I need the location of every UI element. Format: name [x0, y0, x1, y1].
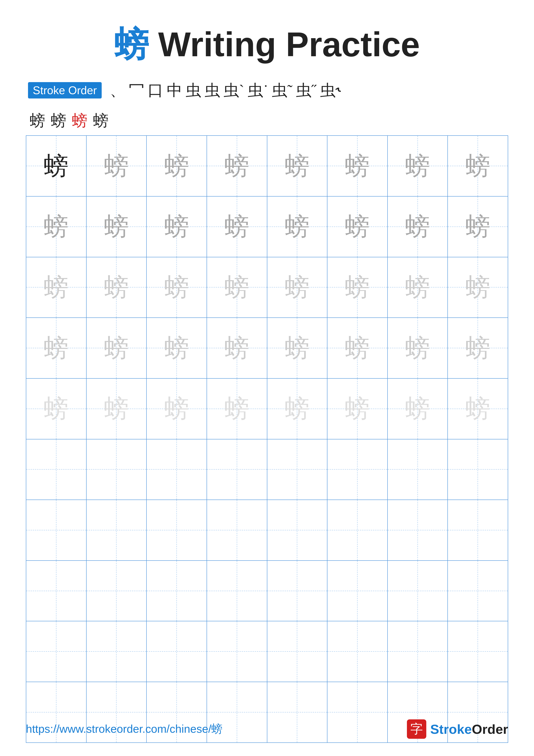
- stroke-char-7: 虫`: [224, 81, 244, 99]
- cell-character: 螃: [345, 275, 369, 300]
- stroke-char-3: 口: [148, 81, 163, 99]
- cell-character: 螃: [466, 700, 490, 724]
- grid-cell[interactable]: 螃: [87, 561, 147, 621]
- grid-cell[interactable]: 螃: [147, 379, 207, 439]
- grid-cell[interactable]: 螃: [388, 561, 448, 621]
- grid-cell[interactable]: 螃: [26, 197, 87, 257]
- grid-cell[interactable]: 螃: [207, 197, 267, 257]
- grid-cell[interactable]: 螃: [87, 621, 147, 682]
- grid-cell[interactable]: 螃: [147, 318, 207, 378]
- grid-cell[interactable]: 螃: [448, 257, 508, 318]
- grid-row: 螃螃螃螃螃螃螃螃: [26, 257, 508, 318]
- grid-cell[interactable]: 螃: [327, 621, 388, 682]
- grid-cell[interactable]: 螃: [267, 500, 328, 560]
- grid-cell[interactable]: 螃: [388, 440, 448, 500]
- grid-cell[interactable]: 螃: [388, 379, 448, 439]
- grid-cell[interactable]: 螃: [26, 621, 87, 682]
- grid-cell[interactable]: 螃: [87, 440, 147, 500]
- grid-cell[interactable]: 螃: [26, 257, 87, 318]
- grid-cell[interactable]: 螃: [87, 500, 147, 560]
- grid-cell[interactable]: 螃: [147, 440, 207, 500]
- cell-character: 螃: [104, 457, 129, 482]
- grid-cell[interactable]: 螃: [87, 318, 147, 378]
- grid-row: 螃螃螃螃螃螃螃螃: [26, 500, 508, 561]
- grid-cell[interactable]: 螃: [267, 379, 328, 439]
- grid-cell[interactable]: 螃: [327, 440, 388, 500]
- grid-cell[interactable]: 螃: [388, 197, 448, 257]
- grid-cell[interactable]: 螃: [87, 257, 147, 318]
- grid-cell[interactable]: 螃: [388, 621, 448, 682]
- grid-cell[interactable]: 螃: [147, 621, 207, 682]
- grid-cell[interactable]: 螃: [267, 257, 328, 318]
- grid-cell[interactable]: 螃: [448, 379, 508, 439]
- grid-cell[interactable]: 螃: [448, 440, 508, 500]
- cell-character: 螃: [405, 396, 430, 421]
- cell-character: 螃: [44, 154, 68, 178]
- grid-cell[interactable]: 螃: [87, 197, 147, 257]
- cell-character: 螃: [224, 518, 249, 542]
- grid-cell[interactable]: 螃: [327, 136, 388, 196]
- grid-cell[interactable]: 螃: [267, 197, 328, 257]
- grid-cell[interactable]: 螃: [327, 318, 388, 378]
- grid-cell[interactable]: 螃: [207, 136, 267, 196]
- grid-cell[interactable]: 螃: [26, 440, 87, 500]
- cell-character: 螃: [405, 579, 430, 603]
- grid-cell[interactable]: 螃: [267, 561, 328, 621]
- grid-cell[interactable]: 螃: [327, 379, 388, 439]
- stroke-char-1: 、: [110, 81, 125, 99]
- grid-cell[interactable]: 螃: [448, 197, 508, 257]
- cell-character: 螃: [345, 518, 369, 542]
- cell-character: 螃: [466, 518, 490, 542]
- grid-cell[interactable]: 螃: [327, 500, 388, 560]
- stroke-char-2: 冖: [129, 81, 144, 99]
- cell-character: 螃: [466, 639, 490, 664]
- cell-character: 螃: [405, 457, 430, 482]
- grid-cell[interactable]: 螃: [26, 379, 87, 439]
- grid-cell[interactable]: 螃: [147, 197, 207, 257]
- grid-cell[interactable]: 螃: [267, 440, 328, 500]
- grid-cell[interactable]: 螃: [267, 621, 328, 682]
- grid-cell[interactable]: 螃: [388, 257, 448, 318]
- cell-character: 螃: [165, 154, 189, 178]
- grid-cell[interactable]: 螃: [147, 136, 207, 196]
- grid-cell[interactable]: 螃: [26, 500, 87, 560]
- grid-cell[interactable]: 螃: [388, 318, 448, 378]
- grid-cell[interactable]: 螃: [87, 136, 147, 196]
- grid-cell[interactable]: 螃: [388, 136, 448, 196]
- cell-character: 螃: [104, 154, 129, 178]
- grid-cell[interactable]: 螃: [327, 561, 388, 621]
- grid-cell[interactable]: 螃: [448, 136, 508, 196]
- grid-cell[interactable]: 螃: [207, 500, 267, 560]
- cell-character: 螃: [44, 275, 68, 300]
- grid-cell[interactable]: 螃: [207, 561, 267, 621]
- grid-cell[interactable]: 螃: [207, 379, 267, 439]
- grid-cell[interactable]: 螃: [327, 257, 388, 318]
- grid-cell[interactable]: 螃: [448, 621, 508, 682]
- grid-cell[interactable]: 螃: [267, 318, 328, 378]
- cell-character: 螃: [405, 518, 430, 542]
- grid-cell[interactable]: 螃: [147, 500, 207, 560]
- cell-character: 螃: [285, 396, 310, 421]
- grid-cell[interactable]: 螃: [448, 318, 508, 378]
- cell-character: 螃: [104, 275, 129, 300]
- grid-cell[interactable]: 螃: [267, 136, 328, 196]
- grid-cell[interactable]: 螃: [26, 561, 87, 621]
- grid-cell[interactable]: 螃: [207, 318, 267, 378]
- stroke-final-1: 螃: [30, 110, 45, 131]
- grid-cell[interactable]: 螃: [207, 440, 267, 500]
- grid-cell[interactable]: 螃: [147, 561, 207, 621]
- grid-cell[interactable]: 螃: [388, 500, 448, 560]
- grid-cell[interactable]: 螃: [26, 136, 87, 196]
- cell-character: 螃: [44, 700, 68, 724]
- grid-cell[interactable]: 螃: [448, 561, 508, 621]
- grid-cell[interactable]: 螃: [448, 500, 508, 560]
- grid-cell[interactable]: 螃: [207, 257, 267, 318]
- cell-character: 螃: [224, 700, 249, 724]
- grid-cell[interactable]: 螃: [147, 257, 207, 318]
- grid-cell[interactable]: 螃: [207, 621, 267, 682]
- grid-cell[interactable]: 螃: [26, 318, 87, 378]
- cell-character: 螃: [345, 214, 369, 239]
- grid-cell[interactable]: 螃: [327, 197, 388, 257]
- grid-cell[interactable]: 螃: [87, 379, 147, 439]
- grid-row: 螃螃螃螃螃螃螃螃: [26, 379, 508, 440]
